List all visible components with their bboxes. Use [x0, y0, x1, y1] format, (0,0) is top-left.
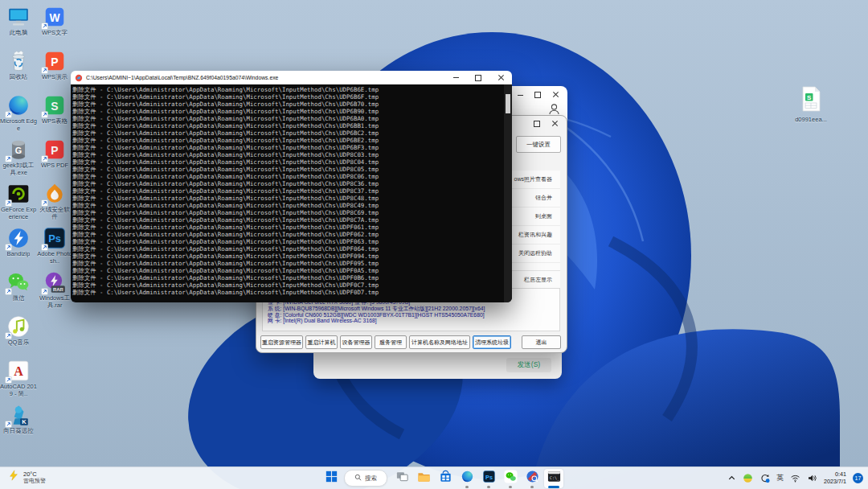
hidden-icons-chevron-icon[interactable]: [727, 474, 736, 483]
pinned-apps: PsC:\_: [392, 469, 563, 488]
minimize-icon[interactable]: [444, 71, 467, 84]
maximize-icon[interactable]: [528, 118, 546, 129]
console-line: 删除文件 - C:\Users\Administrator\AppData\Ro…: [72, 267, 512, 274]
bandizip-icon: [6, 226, 31, 250]
desktop-icon-label: 微信: [13, 295, 25, 302]
volume-icon[interactable]: [807, 473, 817, 483]
desktop-icon-edge[interactable]: Microsoft Edge: [0, 93, 37, 138]
close-icon[interactable]: [489, 71, 512, 84]
close-icon[interactable]: [547, 89, 564, 101]
chat-window: 发送(S): [313, 351, 562, 379]
desktop-icon-spreadsheet-file[interactable]: S d0991eea...: [788, 85, 834, 124]
onekey-setup-button[interactable]: 一键设置: [516, 136, 561, 153]
console-line: 删除文件 - C:\Users\Administrator\AppData\Ro…: [72, 173, 512, 180]
file-explorer-button[interactable]: [414, 469, 433, 488]
console-line: 删除文件 - C:\Users\Administrator\AppData\Ro…: [72, 115, 512, 122]
desktop-icon-label: Bandizip: [7, 251, 31, 258]
photoshop-icon: Ps: [43, 226, 67, 250]
desktop-icon-this-pc[interactable]: 此电脑: [0, 5, 37, 49]
microsoft-store-button[interactable]: [436, 469, 455, 488]
desktop-icon-wechat[interactable]: 微信: [0, 270, 37, 314]
desktop-icon-geforce[interactable]: GeForce Experience: [0, 182, 37, 226]
console-title: C:\Users\ADMINI~1\AppData\Local\Temp\BNZ…: [86, 75, 444, 80]
exit-button[interactable]: 退出: [522, 335, 561, 349]
tool-icon: [526, 470, 539, 487]
input-method-indicator[interactable]: 英: [776, 473, 784, 483]
desktop-icon-bandizip[interactable]: Bandizip: [0, 226, 37, 270]
svg-text:W: W: [49, 11, 60, 24]
desktop-icon-geek[interactable]: Ggeek卸载工具.exe: [0, 138, 37, 182]
recycle-bin-icon: [6, 49, 31, 73]
console-titlebar[interactable]: C:\Users\ADMINI~1\AppData\Local\Temp\BNZ…: [71, 71, 512, 84]
maximize-icon[interactable]: [467, 71, 489, 84]
desktop-icon-wps-ppt[interactable]: PWPS演示: [37, 49, 72, 93]
svg-text:G: G: [15, 146, 22, 155]
console-line: 删除文件 - C:\Users\Administrator\AppData\Ro…: [72, 86, 512, 93]
sync-icon[interactable]: [760, 473, 770, 483]
console-line: 删除文件 - C:\Users\Administrator\AppData\Ro…: [72, 151, 512, 158]
close-icon[interactable]: [546, 118, 563, 129]
shortcut-arrow-icon: [41, 67, 48, 74]
wechat-button[interactable]: [501, 469, 520, 488]
shortcut-arrow-icon: [5, 244, 12, 251]
console-line: 删除文件 - C:\Users\Administrator\AppData\Ro…: [72, 245, 512, 253]
console-output[interactable]: 删除文件 - C:\Users\Administrator\AppData\Ro…: [71, 84, 512, 302]
console-line: 删除文件 - C:\Users\Administrator\AppData\Ro…: [72, 158, 512, 166]
minimize-icon[interactable]: [511, 89, 529, 101]
device-manager-button[interactable]: 设备管理器: [340, 335, 372, 349]
weather-widget[interactable]: 20°C 雷电预警: [8, 470, 46, 484]
rar-icon: RAR: [43, 270, 67, 294]
desktop-icon-label: 此电脑: [10, 30, 28, 37]
shortcut-arrow-icon: [5, 421, 12, 428]
desktop-icon-wps-writer[interactable]: WWPS文字: [37, 5, 72, 49]
scrollbar-thumb[interactable]: [506, 94, 510, 113]
task-view-button[interactable]: [392, 469, 411, 488]
wps-writer-icon: W: [43, 5, 67, 29]
console-line: 删除文件 - C:\Users\Administrator\AppData\Ro…: [72, 281, 512, 289]
start-button[interactable]: [323, 470, 339, 487]
desktop-icon-photoshop[interactable]: PsAdobe Photosh..: [37, 226, 72, 270]
svg-text:S: S: [807, 94, 812, 101]
wps-sheet-icon: S: [43, 93, 67, 117]
desktop-icon-column-1: 此电脑回收站Microsoft EdgeGgeek卸载工具.exeGeForce…: [0, 5, 37, 447]
desktop-icon-recycle-bin[interactable]: 回收站: [0, 49, 37, 93]
restart-explorer-button[interactable]: 重启资源管理器: [260, 335, 303, 349]
console-line: 删除文件 - C:\Users\Administrator\AppData\Ro…: [72, 137, 512, 144]
console-line: 删除文件 - C:\Users\Administrator\AppData\Ro…: [72, 209, 512, 216]
computer-name-network-button[interactable]: 计算机名称及网络地址: [409, 335, 470, 349]
running-indicator: [487, 486, 490, 488]
notification-count-badge[interactable]: 17: [853, 473, 863, 483]
desktop-icon-label: WPS演示: [42, 74, 68, 81]
clean-system-junk-button[interactable]: 清理系统垃圾: [473, 335, 511, 349]
maximize-icon[interactable]: [529, 89, 547, 101]
edge-button[interactable]: [457, 469, 477, 488]
console-line: 删除文件 - C:\Users\Administrator\AppData\Ro…: [72, 144, 512, 151]
wps-ppt-icon: P: [43, 49, 67, 73]
console-line: 删除文件 - C:\Users\Administrator\AppData\Ro…: [72, 195, 512, 202]
system-info-line: 硬 盘: [Colorful CN600 512GB][WDC WD1003FB…: [268, 312, 559, 318]
console-scrollbar[interactable]: [504, 84, 512, 302]
clock[interactable]: 0:41 2023/7/1: [824, 471, 846, 485]
wifi-icon[interactable]: [790, 473, 800, 483]
console-line: 删除文件 - C:\Users\Administrator\AppData\Ro…: [72, 238, 512, 245]
explorer-icon: [417, 470, 431, 487]
sunflower-icon: K: [6, 403, 31, 427]
huorong-icon: [43, 182, 67, 206]
tray-app-icon[interactable]: [743, 473, 753, 483]
service-manager-button[interactable]: 服务管理: [375, 335, 407, 349]
search-input[interactable]: 搜索: [344, 470, 387, 487]
running-indicator: [530, 486, 534, 488]
desktop-icon-autocad[interactable]: AAutoCAD 2019 - 简..: [0, 359, 37, 403]
desktop-icon-wps-pdf[interactable]: PWPS PDF: [37, 138, 72, 182]
send-button[interactable]: 发送(S): [506, 358, 551, 372]
photoshop-button[interactable]: Ps: [479, 469, 498, 488]
desktop-icon-huorong[interactable]: 火绒安全软件: [37, 182, 72, 226]
shortcut-arrow-icon: [41, 23, 48, 30]
desktop-icon-sunflower[interactable]: K向日葵远控: [0, 403, 37, 447]
desktop-icon-rar[interactable]: RARWindows工具.rar: [37, 270, 72, 314]
cleaner-tool-button[interactable]: [522, 469, 542, 488]
restart-computer-button[interactable]: 重启计算机: [305, 335, 338, 349]
console-window-button[interactable]: C:\_: [544, 469, 563, 488]
desktop-icon-qq-music[interactable]: QQ音乐: [0, 314, 37, 359]
desktop-icon-wps-sheet[interactable]: SWPS表格: [37, 93, 72, 138]
